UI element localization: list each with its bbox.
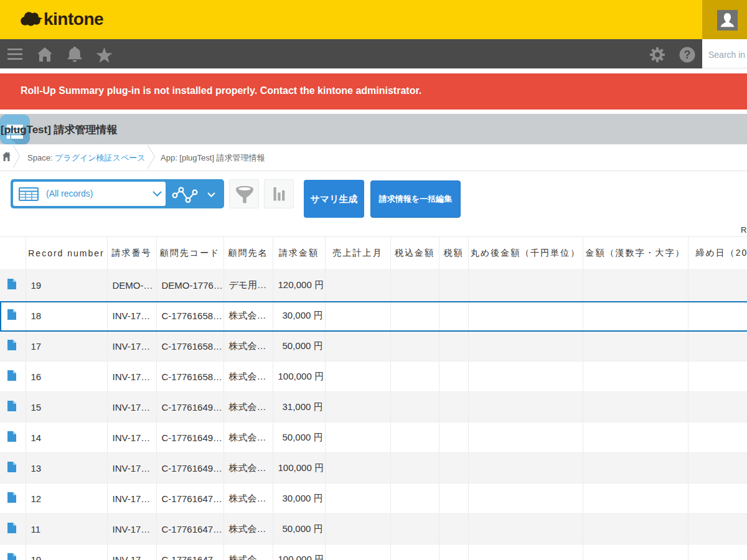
svg-text:?: ? — [684, 49, 691, 61]
